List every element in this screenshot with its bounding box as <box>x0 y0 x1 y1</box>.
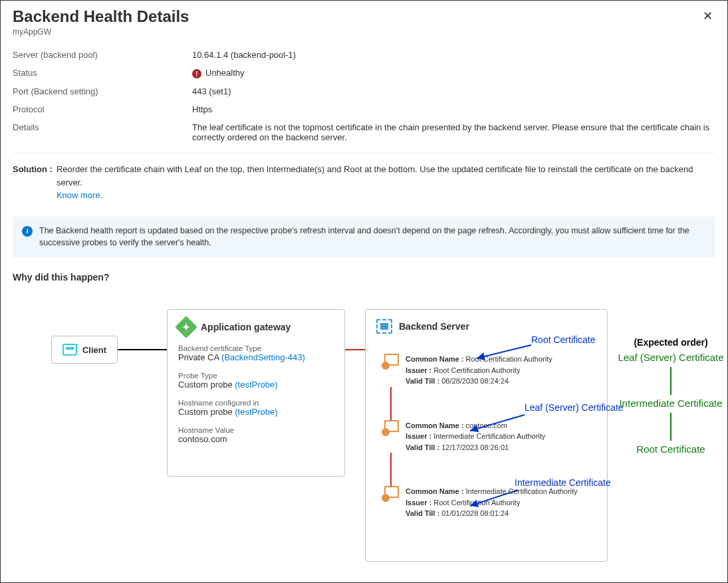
page-subtitle: myAppGW <box>13 27 189 37</box>
server-value: 10.64.1.4 (backend-pool-1) <box>192 50 715 60</box>
connector-line <box>118 349 167 350</box>
agw-hostname-cfg-label: Hostname configured in <box>178 399 334 407</box>
backend-health-pane: Backend Health Details myAppGW ✕ Server … <box>0 0 728 583</box>
valid-value: 08/28/2030 08:24:24 <box>441 377 509 385</box>
callout-root: Root Certificate <box>531 334 595 346</box>
cert-connector <box>390 453 392 486</box>
expected-order: (Expected order) Leaf (Server) Certifica… <box>618 337 724 455</box>
expected-connector <box>670 413 671 441</box>
expected-root: Root Certificate <box>618 443 724 456</box>
valid-value: 12/17/2023 08:26:01 <box>441 443 509 451</box>
issuer-value: Root Certification Authority <box>433 499 520 507</box>
cert-item-leaf: Common Name : contoso.com Issuer : Inter… <box>382 420 596 453</box>
callout-leaf-text: Leaf (Server) Certificate <box>525 402 624 413</box>
cn-label: Common Name : <box>406 487 463 495</box>
details-label: Details <box>13 122 192 142</box>
status-label: Status <box>13 68 192 78</box>
know-more-link[interactable]: Know more <box>57 190 100 200</box>
protocol-value: Https <box>192 104 715 114</box>
certificate-icon <box>382 420 399 435</box>
details-table: Server (backend pool) 10.64.1.4 (backend… <box>13 46 715 146</box>
probe-link-2[interactable]: (testProbe) <box>235 407 277 417</box>
cn-value: Intermediate Certification Authority <box>465 487 577 495</box>
status-value: Unhealthy <box>205 68 245 78</box>
cn-label: Common Name : <box>406 421 463 429</box>
backend-server-card: Backend Server Common Name : Root Certif… <box>365 309 608 562</box>
issuer-label: Issuer : <box>406 499 431 507</box>
solution-row: Solution : Reorder the certificate chain… <box>13 163 715 202</box>
backend-title: Backend Server <box>399 321 469 332</box>
port-value: 443 (set1) <box>192 86 715 96</box>
issuer-label: Issuer : <box>406 432 431 440</box>
cn-value: contoso.com <box>465 421 507 429</box>
port-label: Port (Backend setting) <box>13 86 192 96</box>
probe-link-1[interactable]: (testProbe) <box>235 380 277 390</box>
agw-hostname-val-value: contoso.com <box>178 434 334 444</box>
issuer-label: Issuer : <box>406 366 431 374</box>
certificate-icon <box>382 486 399 501</box>
client-icon <box>62 344 77 356</box>
solution-label: Solution : <box>13 163 53 202</box>
agw-title: Application gateway <box>201 322 291 332</box>
valid-label: Valid Till : <box>406 377 439 385</box>
cert-connector <box>390 387 392 420</box>
info-text: The Backend health report is updated bas… <box>39 225 706 250</box>
agw-cert-type-value: Private CA <box>178 352 219 362</box>
callout-intermediate-text: Intermediate Certificate <box>515 477 611 488</box>
certificate-icon <box>382 354 399 368</box>
divider <box>13 153 715 154</box>
backend-setting-link[interactable]: (BackendSetting-443) <box>221 352 305 362</box>
agw-probe-type-label: Probe Type <box>178 372 334 380</box>
period: . <box>100 190 103 200</box>
diagram: Client ✦ Application gateway Backend cer… <box>13 309 715 583</box>
application-gateway-card: ✦ Application gateway Backend certificat… <box>167 309 345 477</box>
cert-item-root: Common Name : Root Certification Authori… <box>382 354 596 387</box>
details-value: The leaf certificate is not the topmost … <box>192 122 715 142</box>
issuer-value: Root Certification Authority <box>433 366 520 374</box>
client-node: Client <box>51 336 118 364</box>
expected-leaf: Leaf (Server) Certificate <box>618 352 724 364</box>
info-icon: i <box>22 226 33 237</box>
agw-probe-type-value: Custom probe <box>178 380 233 390</box>
error-icon: ! <box>192 69 201 78</box>
connector-line-error <box>345 349 365 350</box>
server-label: Server (backend pool) <box>13 50 192 60</box>
valid-label: Valid Till : <box>406 443 439 451</box>
callout-intermediate: Intermediate Certificate <box>515 477 611 489</box>
cn-label: Common Name : <box>406 355 463 363</box>
cert-item-intermediate: Common Name : Intermediate Certification… <box>382 486 596 519</box>
expected-intermediate: Intermediate Certificate <box>618 398 724 410</box>
server-icon <box>376 319 392 334</box>
expected-order-title: (Expected order) <box>618 337 724 348</box>
info-box: i The Backend health report is updated b… <box>13 217 715 258</box>
expected-connector <box>670 367 671 395</box>
agw-hostname-cfg-value: Custom probe <box>178 407 233 417</box>
pane-header: Backend Health Details myAppGW ✕ <box>13 1 715 37</box>
callout-leaf: Leaf (Server) Certificate <box>525 402 624 413</box>
cn-value: Root Certification Authority <box>465 355 552 363</box>
agw-cert-type-label: Backend certificate Type <box>178 344 334 352</box>
issuer-value: Intermediate Certification Authority <box>433 432 545 440</box>
solution-text: Reorder the certificate chain with Leaf … <box>57 164 693 187</box>
why-heading: Why did this happen? <box>13 272 715 283</box>
application-gateway-icon: ✦ <box>175 316 197 338</box>
client-label: Client <box>82 345 106 355</box>
valid-label: Valid Till : <box>406 509 439 517</box>
page-title: Backend Health Details <box>13 7 189 26</box>
close-icon[interactable]: ✕ <box>700 7 715 25</box>
valid-value: 01/01/2028 08:01:24 <box>441 509 509 517</box>
agw-hostname-val-label: Hostname Value <box>178 426 334 434</box>
protocol-label: Protocol <box>13 104 192 114</box>
